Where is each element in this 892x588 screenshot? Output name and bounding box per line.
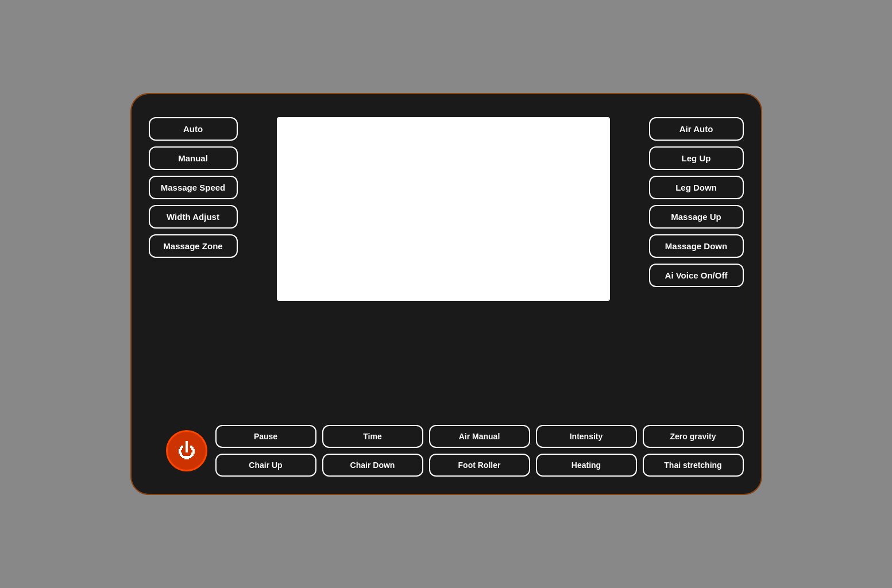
zero-gravity-button[interactable]: Zero gravity: [643, 425, 744, 448]
ai-voice-button[interactable]: Ai Voice On/Off: [649, 264, 744, 287]
massage-down-button[interactable]: Massage Down: [649, 234, 744, 258]
control-panel: Auto Manual Massage Speed Width Adjust M…: [130, 93, 762, 495]
leg-up-button[interactable]: Leg Up: [649, 146, 744, 170]
massage-speed-button[interactable]: Massage Speed: [149, 176, 238, 199]
display-screen: [277, 117, 610, 301]
foot-roller-button[interactable]: Foot Roller: [429, 454, 530, 477]
auto-button[interactable]: Auto: [149, 117, 238, 141]
power-icon: ⏻: [177, 442, 196, 460]
left-column: Auto Manual Massage Speed Width Adjust M…: [149, 111, 238, 415]
massage-up-button[interactable]: Massage Up: [649, 205, 744, 229]
width-adjust-button[interactable]: Width Adjust: [149, 205, 238, 229]
heating-button[interactable]: Heating: [536, 454, 637, 477]
main-area: Auto Manual Massage Speed Width Adjust M…: [149, 111, 744, 415]
air-manual-button[interactable]: Air Manual: [429, 425, 530, 448]
bottom-section: ⏻ Pause Time Air Manual Intensity Zero g…: [149, 425, 744, 477]
air-auto-button[interactable]: Air Auto: [649, 117, 744, 141]
pause-button[interactable]: Pause: [215, 425, 316, 448]
leg-down-button[interactable]: Leg Down: [649, 176, 744, 199]
manual-button[interactable]: Manual: [149, 146, 238, 170]
center-column: [247, 111, 640, 415]
intensity-button[interactable]: Intensity: [536, 425, 637, 448]
thai-stretching-button[interactable]: Thai stretching: [643, 454, 744, 477]
chair-up-button[interactable]: Chair Up: [215, 454, 316, 477]
time-button[interactable]: Time: [322, 425, 423, 448]
massage-zone-button[interactable]: Massage Zone: [149, 234, 238, 258]
right-column: Air Auto Leg Up Leg Down Massage Up Mass…: [649, 111, 744, 415]
bottom-grid: Pause Time Air Manual Intensity Zero gra…: [215, 425, 744, 477]
chair-down-button[interactable]: Chair Down: [322, 454, 423, 477]
power-button[interactable]: ⏻: [166, 430, 207, 471]
